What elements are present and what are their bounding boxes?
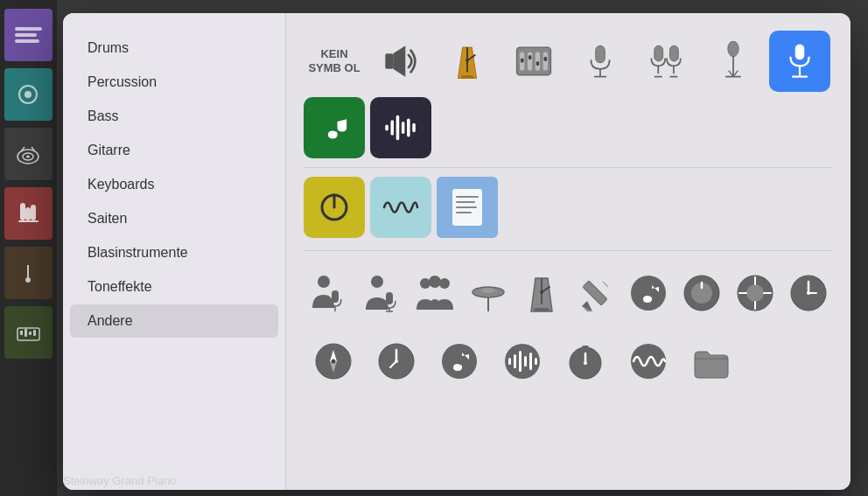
cymbal-icon[interactable]	[464, 263, 514, 323]
svg-rect-40	[654, 45, 663, 61]
svg-rect-31	[536, 52, 540, 70]
svg-rect-57	[402, 122, 405, 134]
svg-rect-120	[582, 346, 589, 349]
metronome-icon-cell[interactable]	[437, 31, 498, 92]
svg-rect-2	[15, 39, 39, 43]
music-note-green-icon-cell[interactable]	[304, 97, 365, 158]
track-sidebar	[0, 0, 57, 496]
track-item[interactable]	[4, 306, 52, 359]
icon-grid-area: KEIN SYMB OL	[286, 13, 850, 490]
svg-rect-117	[529, 353, 532, 370]
icon-picker-popup: Drums Percussion Bass Gitarre Keyboards …	[63, 13, 850, 490]
svg-point-26	[466, 59, 469, 62]
waveform-teal-icon-cell[interactable]	[370, 177, 431, 238]
svg-rect-17	[20, 331, 23, 335]
top-icons-row: KEIN SYMB OL	[304, 31, 833, 168]
folder-icon[interactable]	[682, 332, 741, 391]
svg-rect-21	[385, 53, 393, 69]
svg-line-88	[603, 282, 608, 287]
divider	[304, 250, 833, 251]
svg-rect-64	[456, 201, 475, 203]
power-yellow-icon-cell[interactable]	[304, 177, 365, 238]
svg-point-94	[746, 284, 764, 302]
track-item[interactable]	[4, 9, 52, 61]
track-item[interactable]	[4, 128, 52, 180]
svg-rect-114	[514, 354, 516, 368]
svg-rect-58	[407, 118, 410, 136]
svg-point-89	[631, 276, 666, 311]
mixer-icon-cell[interactable]	[503, 31, 564, 92]
speaker-icon-cell[interactable]	[370, 31, 431, 92]
category-item-blasinstrumente[interactable]: Blasinstrumente	[70, 236, 278, 269]
metronome2-icon[interactable]	[517, 263, 567, 323]
category-item-percussion[interactable]: Percussion	[70, 66, 278, 99]
svg-rect-65	[456, 206, 477, 208]
waveform3-icon[interactable]	[619, 332, 678, 391]
group-icon[interactable]	[410, 263, 460, 323]
svg-rect-66	[456, 212, 472, 213]
svg-point-70	[371, 276, 383, 288]
svg-point-4	[24, 91, 32, 98]
svg-rect-54	[385, 124, 388, 130]
mic-single-icon-cell[interactable]	[570, 31, 631, 92]
timer-icon[interactable]	[556, 332, 615, 391]
mic-double-icon-cell[interactable]	[636, 31, 697, 92]
svg-rect-85	[583, 281, 607, 305]
category-item-andere[interactable]: Andere	[70, 304, 278, 338]
track-item[interactable]	[4, 247, 52, 299]
mic-podium-icon-cell[interactable]	[769, 31, 830, 92]
svg-point-83	[540, 290, 543, 294]
svg-rect-12	[31, 205, 36, 220]
category-menu: Drums Percussion Bass Gitarre Keyboards …	[63, 13, 286, 490]
grid-row-1	[304, 263, 833, 323]
svg-rect-118	[535, 358, 537, 365]
singer-mic-icon[interactable]	[304, 263, 354, 323]
second-icons-row	[304, 177, 833, 238]
svg-rect-63	[456, 196, 479, 198]
category-item-gitarre[interactable]: Gitarre	[70, 134, 278, 167]
svg-rect-113	[508, 358, 511, 365]
grid-row-2	[304, 332, 833, 391]
svg-point-110	[395, 360, 398, 363]
waveform2-icon[interactable]	[493, 332, 552, 391]
mic-stand-icon-cell[interactable]	[703, 31, 764, 92]
clock2-icon[interactable]	[367, 332, 426, 391]
svg-rect-56	[396, 115, 400, 140]
pencil-icon[interactable]	[570, 263, 620, 323]
waveform-dark-icon-cell[interactable]	[370, 97, 431, 158]
presenter-icon[interactable]	[357, 263, 407, 323]
svg-rect-35	[536, 61, 540, 66]
svg-point-106	[332, 360, 336, 364]
category-item-saiten[interactable]: Saiten	[70, 202, 278, 235]
category-item-toneffekte[interactable]: Toneffekte	[70, 270, 278, 304]
svg-point-46	[728, 41, 738, 57]
track-item[interactable]	[4, 187, 52, 240]
compass-icon[interactable]	[304, 332, 363, 391]
svg-point-15	[25, 277, 31, 283]
svg-rect-71	[386, 292, 393, 304]
document-blue-icon-cell[interactable]	[437, 177, 498, 238]
svg-rect-18	[24, 329, 27, 337]
clock-icon[interactable]	[783, 263, 833, 323]
svg-rect-30	[528, 52, 532, 70]
svg-point-78	[481, 288, 495, 293]
knob-center-icon[interactable]	[676, 263, 726, 323]
svg-point-111	[442, 344, 477, 379]
svg-point-67	[318, 276, 330, 288]
music-note-circle-icon[interactable]	[623, 263, 673, 323]
svg-rect-116	[524, 356, 527, 367]
track-label: Steinway Grand Piano	[63, 474, 176, 487]
svg-rect-42	[670, 45, 679, 61]
svg-rect-59	[412, 123, 416, 133]
kein-symbol-icon[interactable]: KEIN SYMB OL	[304, 31, 365, 92]
category-item-keyboards[interactable]: Keyboards	[70, 168, 278, 201]
svg-rect-84	[534, 308, 550, 311]
category-item-drums[interactable]: Drums	[70, 31, 278, 65]
category-item-bass[interactable]: Bass	[70, 100, 278, 133]
music-note2-icon[interactable]	[430, 332, 489, 391]
svg-rect-0	[15, 27, 42, 31]
svg-rect-34	[528, 55, 532, 59]
svg-rect-55	[391, 120, 395, 136]
track-item[interactable]	[4, 68, 52, 121]
knob-dial-icon[interactable]	[730, 263, 780, 323]
